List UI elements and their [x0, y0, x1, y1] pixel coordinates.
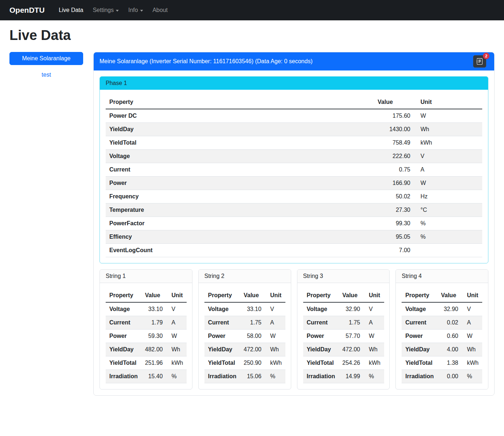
table-row: YieldTotal 758.49 kWh [106, 136, 482, 150]
nav-item-about[interactable]: About [148, 4, 172, 16]
table-row: Voltage 33.10 V [204, 302, 285, 316]
property-cell: YieldTotal [106, 136, 374, 150]
content: Meine Solaranlage test Meine Solaranlage… [9, 52, 495, 396]
table-row: Power 0.60 W [402, 330, 482, 343]
value-cell: 95.05 [374, 230, 414, 244]
value-cell: 472.00 [240, 343, 265, 356]
nav-item-settings[interactable]: Settings [88, 4, 123, 16]
value-cell: 482.00 [141, 343, 166, 356]
value-cell: 14.99 [339, 370, 364, 383]
string-card-3: String 3 Property Value Unit [297, 269, 390, 389]
sidebar-link-test[interactable]: test [9, 72, 83, 78]
column-header-unit: Unit [414, 96, 482, 109]
property-cell: Power [204, 330, 240, 343]
value-cell: 0.75 [374, 163, 414, 177]
value-cell: 175.60 [374, 109, 414, 123]
nav-item-info[interactable]: Info [123, 4, 148, 16]
property-cell: Power [303, 330, 339, 343]
column-header-unit: Unit [462, 289, 482, 302]
property-cell: YieldTotal [204, 356, 240, 370]
page-title: Live Data [9, 28, 495, 43]
string-card-2: String 2 Property Value Unit [198, 269, 291, 389]
table-row: Current 0.02 A [402, 316, 482, 330]
brand[interactable]: OpenDTU [9, 6, 45, 15]
unit-cell: V [364, 302, 384, 316]
value-cell: 57.70 [339, 330, 364, 343]
table-row: Current 1.75 A [303, 316, 384, 330]
property-cell: Power [106, 177, 374, 190]
string-table: Property Value Unit Voltage [303, 289, 384, 383]
nav-item-live-data[interactable]: Live Data [54, 4, 88, 16]
string-table: Property Value Unit Voltage [204, 289, 285, 383]
column-header-value: Value [437, 289, 462, 302]
chevron-down-icon [116, 10, 119, 12]
property-cell: YieldTotal [106, 356, 141, 370]
value-cell: 0.02 [437, 316, 462, 330]
property-cell: Voltage [106, 150, 374, 163]
table-row: YieldTotal 250.90 kWh [204, 356, 285, 370]
unit-cell: °C [414, 203, 482, 217]
value-cell: 1.75 [339, 316, 364, 330]
unit-cell: W [166, 330, 187, 343]
value-cell: 1.75 [240, 316, 265, 330]
navbar: OpenDTU Live Data Settings Info About [0, 0, 504, 20]
unit-cell [414, 244, 482, 257]
value-cell: 4.00 [437, 343, 462, 356]
table-row: YieldTotal 251.96 kWh [106, 356, 187, 370]
table-row: Current 1.79 A [106, 316, 187, 330]
property-cell: Irradiation [106, 370, 141, 383]
property-cell: Power DC [106, 109, 374, 123]
property-cell: YieldDay [303, 343, 339, 356]
property-cell: YieldDay [402, 343, 437, 356]
column-header-value: Value [240, 289, 265, 302]
inverter-select-button[interactable]: Meine Solaranlage [9, 52, 83, 65]
unit-cell: A [462, 316, 482, 330]
table-row: Voltage 32.90 V [303, 302, 384, 316]
table-header-row: Property Value Unit [204, 289, 285, 302]
table-row: Irradiation 15.40 % [106, 370, 187, 383]
unit-cell: % [166, 370, 187, 383]
unit-cell: Wh [265, 343, 285, 356]
value-cell: 166.90 [374, 177, 414, 190]
unit-cell: Hz [414, 190, 482, 203]
table-header-row: Property Value Unit [402, 289, 482, 302]
unit-cell: kWh [462, 356, 482, 370]
table-row: Frequency 50.02 Hz [106, 190, 482, 203]
unit-cell: A [265, 316, 285, 330]
eventlog-button[interactable]: 2 [473, 55, 486, 68]
value-cell: 32.90 [437, 302, 462, 316]
table-row: YieldDay 482.00 Wh [106, 343, 187, 356]
unit-cell: kWh [414, 136, 482, 150]
property-cell: YieldTotal [303, 356, 339, 370]
table-row: Temperature 27.30 °C [106, 203, 482, 217]
table-header-row: Property Value Unit [106, 289, 187, 302]
property-cell: Voltage [303, 302, 339, 316]
chevron-down-icon [140, 10, 143, 12]
unit-cell: % [364, 370, 384, 383]
value-cell: 15.06 [240, 370, 265, 383]
unit-cell: W [414, 109, 482, 123]
value-cell: 758.49 [374, 136, 414, 150]
unit-cell: Wh [166, 343, 187, 356]
value-cell: 0.00 [437, 370, 462, 383]
string-card-4: String 4 Property Value Unit [395, 269, 488, 389]
value-cell: 472.00 [339, 343, 364, 356]
value-cell: 0.60 [437, 330, 462, 343]
eventlog-badge: 2 [483, 53, 489, 59]
unit-cell: kWh [364, 356, 384, 370]
property-cell: Voltage [402, 302, 437, 316]
string-card-title: String 3 [297, 270, 390, 283]
column-header-property: Property [303, 289, 339, 302]
unit-cell: kWh [166, 356, 187, 370]
string-card-title: String 4 [396, 270, 488, 283]
phase-table: Property Value Unit Power DC [106, 96, 482, 257]
table-row: YieldDay 472.00 Wh [303, 343, 384, 356]
inverter-card-header: Meine Solaranlage (Inverter Serial Numbe… [94, 52, 494, 70]
unit-cell: % [462, 370, 482, 383]
column-header-property: Property [402, 289, 437, 302]
value-cell: 99.30 [374, 217, 414, 230]
property-cell: YieldTotal [402, 356, 437, 370]
unit-cell: % [414, 230, 482, 244]
value-cell: 251.96 [141, 356, 166, 370]
unit-cell: A [166, 316, 187, 330]
